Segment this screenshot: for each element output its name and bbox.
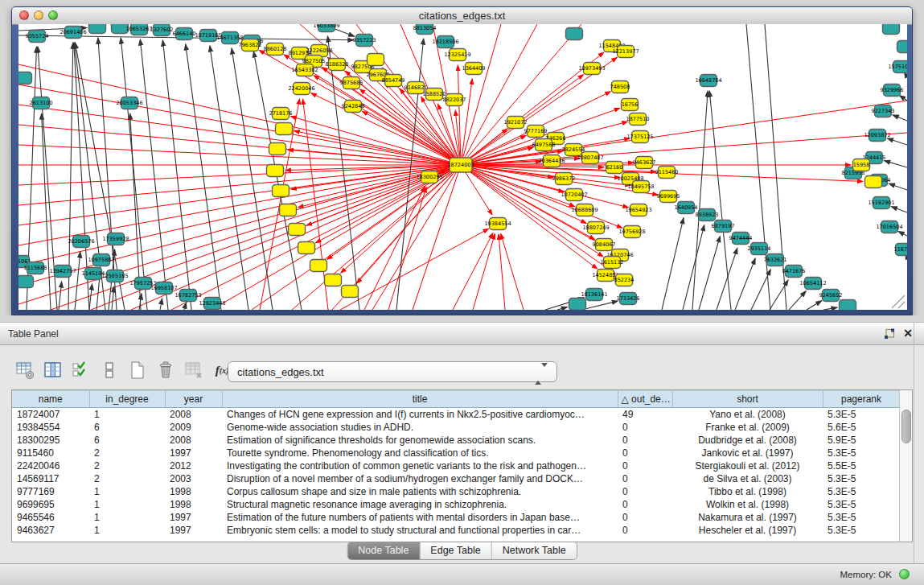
graph-node[interactable]: 10688609	[571, 204, 598, 216]
table-row[interactable]: 2242004622012Investigating the contribut…	[12, 459, 900, 472]
graph-node[interactable]: 16756	[622, 99, 639, 111]
graph-node[interactable]: 9357223	[353, 35, 376, 47]
graph-node[interactable]: 62160	[606, 162, 623, 174]
graph-node[interactable]: 2935114	[748, 243, 771, 255]
graph-node[interactable]: 7963822	[239, 39, 262, 51]
graph-node[interactable]: 16033809	[313, 24, 339, 32]
graph-node[interactable]	[18, 276, 34, 288]
graph-node[interactable]: 9115460	[655, 167, 679, 179]
graph-node[interactable]: 9242848	[342, 101, 365, 113]
graph-node[interactable]: 19218506	[432, 36, 458, 48]
graph-node[interactable]: 20206576	[68, 236, 94, 248]
tab-node-table[interactable]: Node Table	[347, 542, 419, 559]
graph-node[interactable]: 9245652	[819, 290, 843, 302]
graph-node[interactable]: 9329966	[881, 84, 904, 97]
graph-node[interactable]	[280, 204, 297, 216]
graph-node[interactable]	[840, 300, 856, 311]
table-row[interactable]: 969969511998Structural magnetic resonanc…	[12, 498, 900, 511]
graph-node[interactable]	[273, 185, 290, 197]
graph-node[interactable]: 8860128	[264, 43, 287, 56]
graph-node[interactable]: 10720407	[561, 189, 587, 201]
graph-node[interactable]: 748508	[610, 81, 630, 93]
graph-node[interactable]	[18, 72, 32, 84]
graph-node[interactable]	[569, 299, 586, 311]
graph-node[interactable]	[883, 24, 900, 35]
network-window[interactable]: citations_edges.txt 93557242069140610653…	[11, 6, 913, 315]
create-table-icon[interactable]	[127, 360, 148, 381]
graph-node[interactable]: 1327602	[150, 24, 174, 36]
column-header-1[interactable]: in_degree	[89, 391, 165, 408]
graph-node[interactable]: 2613100	[30, 97, 53, 109]
table-row[interactable]: 946554611997Estimation of the future num…	[12, 511, 900, 524]
scrollbar-thumb[interactable]	[901, 410, 911, 443]
graph-node[interactable]	[289, 224, 306, 236]
graph-node[interactable]: 13942757	[49, 266, 76, 278]
panel-splitter[interactable]: ▴	[0, 315, 924, 322]
graph-node[interactable]	[276, 123, 293, 135]
graph-node[interactable]	[325, 274, 342, 286]
graph-node[interactable]: 1921072	[504, 117, 528, 129]
graph-node[interactable]: 10653267	[125, 24, 152, 35]
table-row[interactable]: 911546021997Tourette syndrome. Phenomeno…	[12, 447, 900, 459]
graph-node[interactable]	[865, 176, 882, 188]
graph-node[interactable]: 10975887	[88, 254, 114, 266]
graph-node[interactable]: 1877510	[626, 113, 650, 126]
column-header-3[interactable]: title	[222, 391, 618, 408]
graph-node[interactable]: 1364409	[462, 63, 486, 75]
graph-node[interactable]: 8854749	[382, 75, 405, 87]
window-titlebar[interactable]: citations_edges.txt	[12, 7, 912, 25]
graph-node[interactable]: 9463627	[633, 157, 656, 169]
graph-node[interactable]: 9474444	[729, 233, 753, 245]
graph-node[interactable]: 6879197	[712, 220, 735, 233]
table-row[interactable]: 946362711997Embryonic stem cells: a mode…	[12, 524, 900, 537]
graph-node[interactable]: 852234	[614, 274, 634, 286]
graph-node[interactable]: 22420046	[288, 83, 314, 95]
float-panel-icon[interactable]	[884, 328, 895, 340]
graph-node[interactable]: 7632621	[764, 254, 787, 266]
graph-node[interactable]: 12505185	[101, 270, 128, 282]
graph-node[interactable]: 2718176	[269, 108, 293, 120]
graph-node[interactable]: 17375125	[626, 131, 653, 143]
graph-node[interactable]: 15192901	[868, 197, 894, 209]
graph-node[interactable]	[566, 28, 583, 40]
graph-node[interactable]: 12325419	[444, 49, 470, 61]
table-selector-dropdown[interactable]: citations_edges.txt	[228, 361, 557, 382]
tab-network-table[interactable]: Network Table	[491, 542, 577, 559]
graph-node[interactable]: 8471676	[782, 266, 806, 278]
column-header-6[interactable]: pagerank	[823, 391, 900, 408]
graph-node[interactable]: 19384554	[484, 218, 511, 230]
graph-node[interactable]: 18807249	[582, 222, 609, 234]
show-columns-icon[interactable]	[43, 360, 64, 381]
graph-node[interactable]	[298, 242, 315, 254]
network-canvas[interactable]: 9355724206914061065326713276026466140107…	[18, 24, 907, 310]
graph-node[interactable]	[89, 24, 106, 34]
graph-node[interactable]: 1640954	[675, 202, 698, 214]
graph-node[interactable]: 16782753	[175, 290, 201, 302]
graph-node[interactable]: 12923448	[199, 298, 225, 310]
graph-node[interactable]: 116753	[894, 244, 907, 256]
column-header-0[interactable]: name	[12, 391, 89, 408]
graph-node[interactable]	[897, 41, 908, 53]
graph-node[interactable]: 12093872	[864, 130, 890, 142]
graph-node[interactable]: 7986372	[552, 173, 576, 185]
table-row[interactable]: 1456911722003Disruption of a novel membe…	[12, 472, 900, 485]
graph-node[interactable]: 1615132	[601, 257, 624, 269]
close-panel-icon[interactable]: ✕	[902, 328, 914, 339]
graph-node[interactable]: 10973493	[578, 63, 605, 75]
graph-node[interactable]: 1733426	[617, 293, 640, 305]
graph-node[interactable]: 9777169	[524, 126, 548, 138]
column-header-4[interactable]: △ out_de…	[618, 391, 672, 408]
graph-node[interactable]: 9227343	[872, 105, 895, 117]
graph-node[interactable]: 9084067	[593, 239, 616, 251]
column-header-2[interactable]: year	[165, 391, 222, 408]
graph-node[interactable]: 15751074	[888, 61, 907, 73]
graph-node[interactable]: 8822037	[443, 94, 466, 106]
table-row[interactable]: 977716911998Corpus callosum shape and si…	[12, 485, 900, 498]
tab-edge-table[interactable]: Edge Table	[419, 542, 491, 559]
graph-node[interactable]: 18724007	[447, 158, 474, 172]
row-height-icon[interactable]	[99, 360, 120, 381]
graph-node[interactable]: 10654112	[799, 278, 826, 290]
graph-node[interactable]: 16648784	[695, 75, 721, 87]
graph-node[interactable]: 8813054	[413, 24, 437, 35]
row-selection-icon[interactable]	[71, 360, 92, 381]
